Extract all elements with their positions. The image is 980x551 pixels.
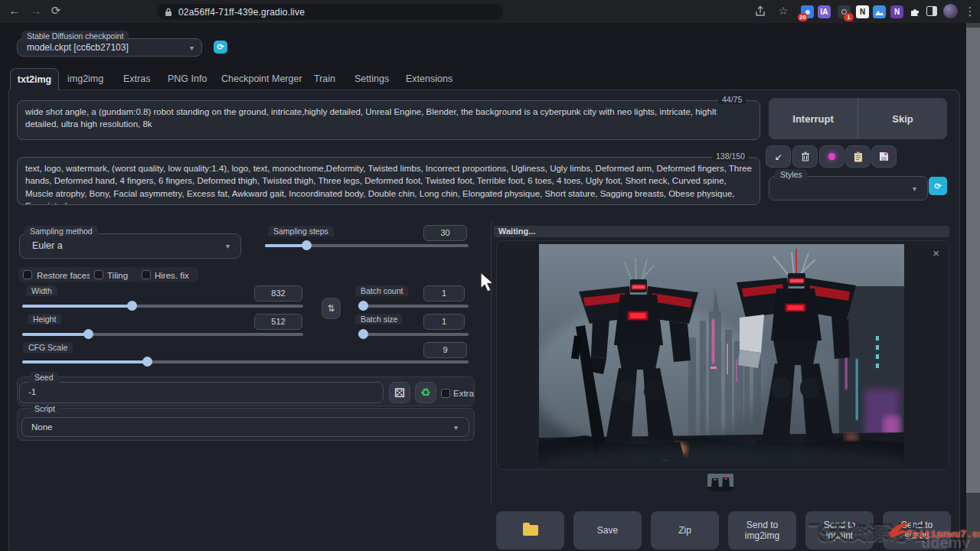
column-divider [491, 222, 492, 504]
tab-extras[interactable]: Extras [123, 73, 150, 84]
sampling-method-label: Sampling method [24, 226, 98, 236]
checkpoint-refresh-button[interactable]: ⟳ [214, 41, 227, 54]
height-label: Height [28, 314, 61, 324]
extra-networks-icon [828, 153, 835, 160]
ext-notion-icon[interactable]: N [856, 5, 869, 18]
sampling-steps-slider-handle[interactable] [302, 240, 312, 250]
gallery-thumbnail[interactable] [707, 474, 733, 491]
prompt-textarea[interactable]: wide shot angle, a (gundam:0.8) robot st… [17, 100, 760, 140]
tiling-checkbox[interactable] [94, 270, 103, 279]
styles-label: Styles [775, 169, 808, 180]
height-slider-handle[interactable] [83, 329, 93, 339]
styles-refresh-button[interactable]: ⟳ [929, 177, 947, 195]
skip-button[interactable]: Skip [858, 98, 947, 139]
save-button[interactable]: Save [573, 511, 642, 549]
side-panel-icon[interactable] [926, 6, 937, 16]
batch-size-slider[interactable] [358, 333, 469, 336]
paste-generation-params-button[interactable]: ↙ [766, 145, 791, 168]
tab-settings[interactable]: Settings [354, 73, 389, 84]
share-icon[interactable] [754, 5, 766, 18]
cfg-scale-slider[interactable] [22, 360, 469, 364]
apply-styles-button[interactable] [845, 145, 871, 168]
mouse-cursor [480, 272, 495, 294]
negative-prompt-textarea[interactable]: text, logo, watermark, (worst quality, l… [17, 157, 760, 205]
chevron-down-icon: ▾ [913, 184, 916, 193]
tab-train[interactable]: Train [314, 73, 335, 84]
browser-menu-icon[interactable]: ⋮ [962, 5, 978, 18]
generated-image[interactable] [539, 244, 904, 466]
browser-reload-icon[interactable]: ⟳ [47, 4, 64, 18]
browser-forward-icon[interactable]: → [28, 4, 44, 17]
width-slider[interactable] [22, 305, 303, 308]
close-image-icon[interactable]: × [933, 247, 939, 259]
batch-count-input[interactable]: 1 [423, 285, 465, 302]
address-bar[interactable]: 02a56ff4-71ff-439e.gradio.live [157, 4, 503, 20]
interrupt-button[interactable]: Interrupt [769, 98, 858, 139]
chevron-down-icon: ▾ [454, 423, 458, 432]
ext-pin-icon[interactable]: 20 [801, 5, 814, 18]
seed-value: -1 [28, 387, 36, 396]
script-dropdown[interactable]: None ▾ [21, 417, 469, 437]
send-to-img2img-button[interactable]: Send to img2img [728, 511, 796, 549]
swap-icon: ⇅ [327, 303, 335, 314]
tab-txt2img[interactable]: txt2img [10, 68, 59, 90]
browser-toolbar: ← → ⟳ 02a56ff4-71ff-439e.gradio.live ☆ 2… [0, 0, 980, 23]
cfg-scale-label: CFG Scale [23, 342, 73, 353]
sampling-method-value: Euler a [32, 240, 63, 251]
ext-image-icon[interactable] [873, 5, 886, 18]
height-input[interactable]: 512 [254, 314, 302, 330]
seed-input[interactable]: -1 [19, 382, 384, 403]
sampling-steps-slider[interactable] [265, 244, 469, 247]
height-slider[interactable] [22, 333, 303, 336]
batch-size-label: Batch size [355, 314, 403, 324]
browser-back-icon[interactable]: ← [6, 4, 23, 17]
batch-count-slider[interactable] [358, 305, 469, 308]
cfg-scale-slider-handle[interactable] [142, 357, 152, 367]
batch-count-slider-handle[interactable] [358, 301, 368, 311]
open-folder-button[interactable] [496, 511, 564, 549]
clipboard-icon [854, 152, 863, 162]
sampling-method-dropdown[interactable]: Euler a ▾ [19, 233, 241, 259]
recycle-icon: ♻ [420, 386, 430, 399]
width-input[interactable]: 832 [254, 285, 302, 302]
seed-extra-checkbox[interactable] [441, 389, 450, 398]
script-value: None [31, 422, 53, 432]
paste-arrow-icon: ↙ [774, 152, 782, 162]
tab-checkpoint-merger[interactable]: Checkpoint Merger [221, 73, 302, 84]
sampling-steps-input[interactable]: 30 [423, 225, 467, 241]
random-seed-button[interactable]: ⚄ [389, 382, 410, 403]
trash-icon [801, 152, 810, 161]
tab-extensions[interactable]: Extensions [406, 73, 452, 84]
progress-bar: Waiting... [494, 226, 949, 237]
batch-size-slider-handle[interactable] [358, 329, 368, 339]
bookmark-star-icon[interactable]: ☆ [775, 5, 792, 17]
zip-button[interactable]: Zip [651, 511, 719, 549]
ext-camera-badge: 1 [844, 13, 854, 21]
ext-ia-icon[interactable]: IA [818, 5, 831, 18]
tab-png-info[interactable]: PNG Info [168, 73, 207, 84]
tab-img2img[interactable]: img2img [67, 73, 103, 84]
ext-camera-icon[interactable]: 1 [838, 5, 851, 18]
extensions-puzzle-icon[interactable] [909, 5, 921, 18]
negative-prompt-token-counter: 138/150 [712, 152, 749, 161]
save-style-button[interactable] [871, 145, 897, 168]
seed-extra-label: Extra [453, 389, 474, 398]
width-slider-handle[interactable] [127, 301, 137, 311]
profile-avatar[interactable] [943, 4, 958, 18]
prompt-token-counter: 44/75 [718, 95, 746, 104]
hires-fix-label: Hires. fix [155, 271, 189, 280]
extra-networks-button[interactable] [819, 145, 844, 168]
swap-dimensions-button[interactable]: ⇅ [322, 298, 341, 319]
clear-prompt-button[interactable] [792, 145, 818, 168]
cfg-scale-input[interactable]: 9 [423, 342, 467, 358]
lock-icon [165, 8, 172, 17]
gallery-thumbnail-image [707, 474, 733, 491]
restore-faces-checkbox[interactable] [23, 270, 32, 279]
scrollbar-thumb[interactable] [966, 28, 980, 493]
checkpoint-value: model.ckpt [cc6cb27103] [27, 42, 129, 53]
hires-fix-checkbox[interactable] [142, 270, 151, 279]
batch-size-input[interactable]: 1 [423, 314, 465, 330]
ext-onenote-icon[interactable]: N [890, 5, 903, 18]
reuse-seed-button[interactable]: ♻ [415, 382, 436, 403]
restore-faces-label: Restore faces [37, 271, 91, 280]
